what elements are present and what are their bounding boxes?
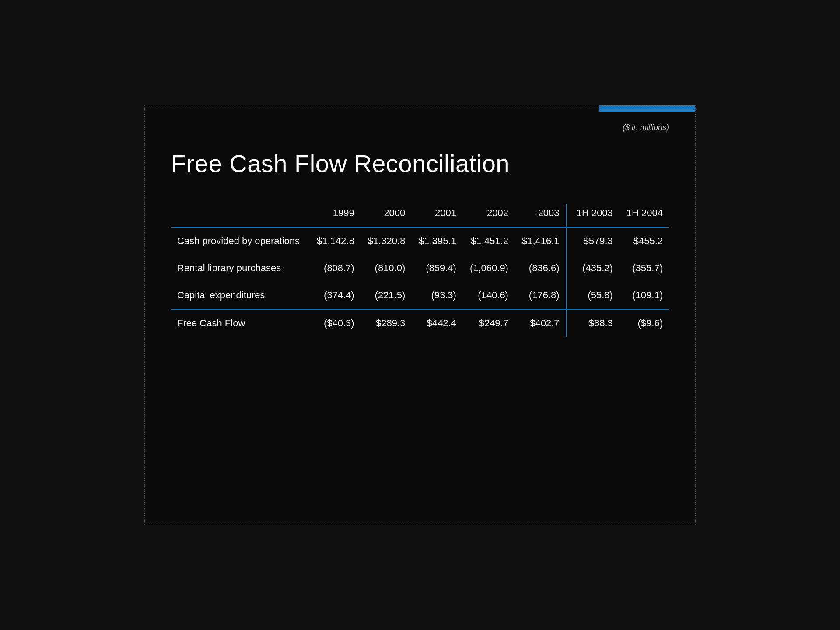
cell-y1999: ($40.3): [309, 309, 360, 337]
col-header-1999: 1999: [309, 204, 360, 227]
table-row: Free Cash Flow($40.3)$289.3$442.4$249.7$…: [171, 309, 669, 337]
col-header-1h2003: 1H 2003: [566, 204, 619, 227]
col-header-2001: 2001: [411, 204, 462, 227]
cell-h1_2003: $579.3: [566, 227, 619, 255]
cell-h1_2003: (55.8): [566, 282, 619, 309]
col-header-1h2004: 1H 2004: [619, 204, 669, 227]
cell-y2002: (1,060.9): [462, 255, 514, 282]
col-header-2000: 2000: [360, 204, 412, 227]
cell-h1_2004: ($9.6): [619, 309, 669, 337]
cell-y2003: $1,416.1: [514, 227, 566, 255]
cell-y1999: (808.7): [309, 255, 360, 282]
cell-y2003: (176.8): [514, 282, 566, 309]
currency-note: ($ in millions): [623, 123, 669, 132]
row-label: Cash provided by operations: [171, 227, 309, 255]
cell-y2001: $1,395.1: [411, 227, 462, 255]
cell-y2002: $249.7: [462, 309, 514, 337]
cell-y2001: (93.3): [411, 282, 462, 309]
table-header-row: 1999 2000 2001 2002 2003 1H 2003 1H 2004: [171, 204, 669, 227]
cell-y2000: (221.5): [360, 282, 412, 309]
row-label: Rental library purchases: [171, 255, 309, 282]
financial-table: 1999 2000 2001 2002 2003 1H 2003 1H 2004…: [171, 204, 669, 337]
table-row: Rental library purchases(808.7)(810.0)(8…: [171, 255, 669, 282]
cell-y2002: $1,451.2: [462, 227, 514, 255]
col-header-label: [171, 204, 309, 227]
cell-y1999: $1,142.8: [309, 227, 360, 255]
cell-y2000: (810.0): [360, 255, 412, 282]
table-wrapper: 1999 2000 2001 2002 2003 1H 2003 1H 2004…: [171, 204, 669, 337]
col-header-2003: 2003: [514, 204, 566, 227]
cell-y2002: (140.6): [462, 282, 514, 309]
row-label: Free Cash Flow: [171, 309, 309, 337]
cell-y1999: (374.4): [309, 282, 360, 309]
slide-container: ($ in millions) Free Cash Flow Reconcili…: [144, 105, 696, 525]
row-label: Capital expenditures: [171, 282, 309, 309]
cell-h1_2004: $455.2: [619, 227, 669, 255]
cell-y2001: $442.4: [411, 309, 462, 337]
cell-y2000: $289.3: [360, 309, 412, 337]
table-row: Cash provided by operations$1,142.8$1,32…: [171, 227, 669, 255]
cell-h1_2004: (109.1): [619, 282, 669, 309]
cell-y2003: (836.6): [514, 255, 566, 282]
cell-y2003: $402.7: [514, 309, 566, 337]
slide-title: Free Cash Flow Reconciliation: [171, 149, 669, 178]
blue-accent-bar: [599, 105, 695, 112]
cell-h1_2004: (355.7): [619, 255, 669, 282]
col-header-2002: 2002: [462, 204, 514, 227]
cell-y2001: (859.4): [411, 255, 462, 282]
cell-y2000: $1,320.8: [360, 227, 412, 255]
cell-h1_2003: (435.2): [566, 255, 619, 282]
table-row: Capital expenditures(374.4)(221.5)(93.3)…: [171, 282, 669, 309]
cell-h1_2003: $88.3: [566, 309, 619, 337]
